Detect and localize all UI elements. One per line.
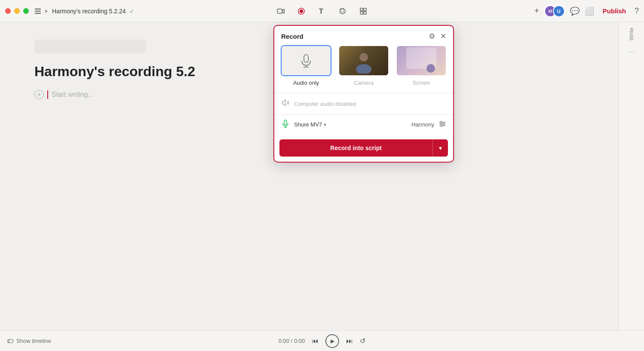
show-timeline-label: Show timeline <box>16 338 51 344</box>
text-cursor <box>47 90 48 99</box>
svg-point-31 <box>443 123 445 125</box>
svg-rect-3 <box>277 9 282 13</box>
bottom-bar: Show timeline 0:00 / 0:00 ⏮ ▶ ⏭ ↺ <box>0 330 644 351</box>
camera-option-label: Camera <box>354 80 374 86</box>
layout-icon[interactable]: ⬜ <box>585 6 594 16</box>
computer-audio-row: Computer audio disabled <box>274 93 453 115</box>
mic-settings-icon[interactable] <box>439 120 446 129</box>
help-icon[interactable]: ? <box>635 6 639 15</box>
audio-option-label: Audio only <box>293 80 319 86</box>
mic-icon-large <box>298 53 314 68</box>
svg-rect-11 <box>360 12 363 14</box>
svg-rect-9 <box>360 8 363 11</box>
toolbar-center: T <box>275 5 369 17</box>
record-options: Audio only Camera <box>274 45 453 93</box>
add-block-button[interactable]: + <box>34 90 44 99</box>
camera-person-silhouette <box>351 48 377 74</box>
settings-icon[interactable]: ⚙ <box>429 32 435 41</box>
svg-rect-2 <box>35 13 41 14</box>
avatar-group: H U <box>544 5 565 17</box>
svg-rect-8 <box>340 9 343 12</box>
write-label: Write <box>628 28 635 40</box>
svg-rect-1 <box>35 11 41 12</box>
minimize-button[interactable] <box>14 8 20 14</box>
audio-thumb-bg <box>282 46 331 75</box>
timeline-icon <box>7 338 14 345</box>
svg-rect-0 <box>35 9 41 9</box>
time-total: 0:00 <box>294 338 305 344</box>
timeline-controls: 0:00 / 0:00 ⏮ ▶ ⏭ ↺ <box>279 334 365 348</box>
mic-label: Harmony <box>411 121 434 128</box>
camera-thumb-bg <box>339 46 388 75</box>
avatar-2: U <box>553 5 565 17</box>
svg-rect-13 <box>8 339 13 343</box>
time-display: 0:00 / 0:00 <box>279 338 305 344</box>
camera-thumbnail <box>338 45 389 76</box>
skip-back-button[interactable]: ⏮ <box>312 337 319 345</box>
publish-button[interactable]: Publish <box>599 6 629 16</box>
doc-heading-bar <box>34 40 146 53</box>
loop-button[interactable]: ↺ <box>360 337 365 345</box>
mic-chevron-icon: ▾ <box>324 122 326 128</box>
titlebar: Harmony's recording 5.2.24 ✓ T + H U 💬 ⬜… <box>0 0 644 22</box>
record-into-script-button[interactable]: Record into script <box>279 139 432 157</box>
doc-title: Harmony's recording 5.2.24 <box>52 8 126 15</box>
traffic-lights <box>5 8 29 14</box>
computer-audio-label: Computer audio disabled <box>294 101 356 107</box>
toolbar-right: + H U 💬 ⬜ Publish ? <box>534 5 639 17</box>
modal-title: Record <box>281 33 304 40</box>
svg-point-18 <box>359 53 368 62</box>
mic-row: Shure MV7 ▾ Harmony <box>274 115 453 134</box>
more-options-icon[interactable]: ··· <box>628 47 635 56</box>
svg-rect-12 <box>364 12 366 14</box>
modal-header-icons: ⚙ ✕ <box>429 32 446 41</box>
right-panel: Write ··· <box>618 22 644 330</box>
mic-select[interactable]: Shure MV7 ▾ <box>294 121 404 128</box>
record-modal: Record ⚙ ✕ <box>273 25 454 163</box>
record-tool-icon[interactable] <box>295 5 307 17</box>
svg-rect-10 <box>364 8 366 11</box>
play-button[interactable]: ▶ <box>325 334 339 348</box>
screen-thumbnail <box>396 45 447 76</box>
svg-point-21 <box>426 64 435 73</box>
svg-point-30 <box>440 121 442 123</box>
editor-placeholder[interactable]: Start writing... <box>52 91 94 99</box>
chat-icon[interactable]: 💬 <box>570 6 580 16</box>
sidebar-toggle[interactable] <box>34 7 49 15</box>
modal-header: Record ⚙ ✕ <box>274 26 453 45</box>
audio-thumbnail <box>281 45 331 76</box>
close-modal-icon[interactable]: ✕ <box>440 32 446 41</box>
screen-thumb-bg <box>397 46 446 75</box>
shapes-tool-icon[interactable] <box>337 5 349 17</box>
audio-disabled-icon <box>281 99 290 109</box>
svg-point-32 <box>441 125 442 126</box>
text-tool-icon[interactable]: T <box>316 5 328 17</box>
grid-tool-icon[interactable] <box>357 5 369 17</box>
time-current: 0:00 <box>279 338 289 344</box>
screen-option[interactable]: Screen <box>396 45 447 86</box>
modal-footer: Record into script ▾ <box>274 134 453 162</box>
camera-option[interactable]: Camera <box>338 45 389 86</box>
screen-option-label: Screen <box>412 80 430 86</box>
show-timeline-button[interactable]: Show timeline <box>7 338 51 345</box>
audio-option[interactable]: Audio only <box>281 45 331 86</box>
doc-saved-icon: ✓ <box>129 8 135 15</box>
svg-text:T: T <box>319 8 323 15</box>
mic-name: Shure MV7 <box>294 121 322 128</box>
video-tool-icon[interactable] <box>275 5 287 17</box>
add-icon[interactable]: + <box>534 6 539 15</box>
skip-forward-button[interactable]: ⏭ <box>346 337 353 345</box>
record-dropdown-button[interactable]: ▾ <box>432 139 448 157</box>
svg-point-19 <box>356 64 371 74</box>
svg-point-5 <box>300 9 303 13</box>
close-button[interactable] <box>5 8 11 14</box>
mic-active-icon <box>281 119 290 130</box>
svg-point-7 <box>340 9 345 14</box>
screen-preview-svg <box>404 45 439 76</box>
maximize-button[interactable] <box>23 8 29 14</box>
